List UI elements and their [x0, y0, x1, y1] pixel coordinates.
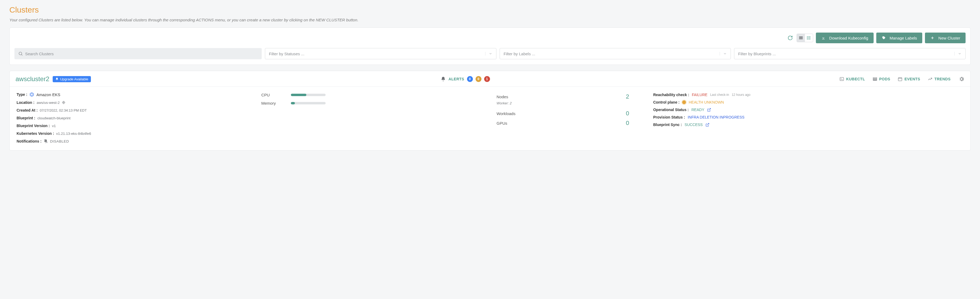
tag-icon — [881, 36, 886, 40]
svg-rect-18 — [899, 78, 902, 81]
meta-created-key: Created At : — [17, 108, 38, 112]
provision-status-key: Provision Status : — [653, 115, 685, 119]
svg-line-12 — [21, 54, 22, 55]
meta-type-value: Amazon EKS — [37, 92, 60, 97]
eks-hex-icon — [29, 92, 34, 97]
meta-bpver-key: Blueprint Version : — [17, 123, 50, 128]
search-clusters-box[interactable] — [14, 48, 262, 59]
svg-point-6 — [807, 36, 808, 37]
meta-k8s-value: v1.21.13-eks-84b4fe6 — [56, 131, 91, 136]
reachability-key: Reachability check : — [653, 93, 689, 97]
toolbar-card: Download Kubeconfig Manage Labels New Cl… — [10, 27, 970, 65]
provision-status-value: INFRA DELETION INPROGRESS — [687, 115, 744, 119]
alerts-bell-icon — [441, 76, 446, 82]
pods-link[interactable]: PODS — [873, 77, 891, 81]
operational-status-value: READY — [691, 108, 704, 112]
cluster-stats-col: Nodes2 Worker: 2 Workloads0 GPUs0 — [497, 92, 629, 143]
gpus-value: 0 — [626, 120, 629, 127]
download-kubeconfig-button[interactable]: Download Kubeconfig — [816, 33, 873, 43]
nodes-value: 2 — [626, 93, 629, 100]
filter-labels-select[interactable]: Filter by Labels ... — [500, 48, 731, 59]
reachability-sub-key: Last check-in — [710, 93, 729, 97]
svg-rect-2 — [799, 39, 803, 40]
svg-point-25 — [64, 102, 64, 103]
nodes-sub: Worker: 2 — [497, 101, 629, 105]
meta-bpver-value: v1 — [52, 124, 56, 128]
terminal-icon — [839, 77, 844, 81]
plus-icon — [930, 36, 935, 40]
alert-count-warn[interactable]: 0 — [476, 76, 482, 82]
chevron-down-icon — [720, 52, 727, 55]
bell-icon — [55, 78, 59, 81]
cpu-meter — [291, 94, 326, 96]
reachability-value: FAILURE — [692, 93, 707, 97]
page-subtitle: Your configured Clusters are listed belo… — [10, 17, 970, 22]
svg-marker-23 — [31, 93, 33, 96]
view-list-icon[interactable] — [805, 34, 813, 42]
view-toggle — [797, 34, 813, 42]
trends-link[interactable]: TRENDS — [928, 77, 951, 81]
control-plane-key: Control plane : — [653, 100, 679, 104]
filter-statuses-placeholder: Filter by Statuses ... — [269, 52, 304, 56]
filter-blueprints-placeholder: Filter by Blueprints ... — [738, 52, 776, 56]
meta-blueprint-key: Blueprint : — [17, 116, 35, 120]
svg-point-7 — [807, 38, 808, 38]
alert-count-info[interactable]: 0 — [467, 76, 473, 82]
svg-rect-15 — [873, 78, 877, 79]
meta-location-value: aws/us-west-2 — [37, 101, 60, 104]
svg-point-11 — [19, 52, 22, 55]
calendar-icon — [898, 77, 902, 81]
upgrade-available-badge[interactable]: Upgrade Available — [52, 76, 91, 82]
memory-meter-label: Memory — [261, 101, 283, 106]
chevron-down-icon — [955, 52, 962, 55]
download-kubeconfig-label: Download Kubeconfig — [829, 36, 868, 40]
meta-type-key: Type : — [17, 92, 27, 97]
manage-labels-button[interactable]: Manage Labels — [876, 33, 923, 43]
new-cluster-button[interactable]: New Cluster — [925, 33, 966, 43]
search-input[interactable] — [25, 52, 258, 56]
memory-meter — [291, 102, 326, 104]
gpus-label: GPUs — [497, 121, 508, 125]
cluster-name[interactable]: awscluster2 — [16, 75, 49, 83]
svg-line-31 — [709, 108, 711, 110]
view-cards-icon[interactable] — [797, 34, 805, 42]
bell-off-icon — [44, 139, 48, 143]
cpu-meter-label: CPU — [261, 93, 283, 97]
page-title: Clusters — [10, 5, 970, 14]
location-target-icon — [62, 101, 65, 104]
manage-labels-label: Manage Labels — [889, 36, 917, 40]
control-plane-value: HEALTH UNKNOWN — [689, 100, 724, 104]
filter-blueprints-select[interactable]: Filter by Blueprints ... — [734, 48, 966, 59]
blueprint-sync-key: Blueprint Sync : — [653, 123, 682, 127]
open-link-icon[interactable] — [707, 108, 711, 112]
meta-notif-value: DISABLED — [50, 139, 69, 143]
filter-labels-placeholder: Filter by Labels ... — [504, 52, 535, 56]
svg-point-8 — [807, 39, 808, 40]
cluster-meta-col: Type : Amazon EKS Location : aws/us-west… — [17, 92, 253, 143]
svg-rect-17 — [873, 80, 877, 81]
meta-k8s-key: Kubernetes Version : — [17, 131, 54, 136]
nodes-label: Nodes — [497, 95, 508, 99]
reachability-sub-value: 12 hours ago — [732, 93, 750, 97]
alert-count-crit[interactable]: 1 — [484, 76, 490, 82]
health-dot-icon — [682, 100, 686, 104]
upgrade-badge-label: Upgrade Available — [60, 77, 88, 81]
svg-rect-16 — [873, 79, 877, 79]
svg-rect-1 — [799, 38, 803, 38]
svg-rect-0 — [799, 36, 803, 37]
svg-rect-13 — [840, 78, 844, 81]
cluster-card: awscluster2 Upgrade Available ALERTS 0 0… — [10, 71, 970, 150]
meta-created-value: 07/27/2022, 02:34:13 PM EDT — [40, 108, 87, 112]
kubectl-link[interactable]: KUBECTL — [839, 77, 865, 81]
events-link[interactable]: EVENTS — [898, 77, 920, 81]
meta-blueprint-value: cloudwatch-blueprint — [37, 116, 71, 120]
meta-location-key: Location : — [17, 100, 35, 104]
svg-marker-22 — [30, 93, 34, 97]
filter-statuses-select[interactable]: Filter by Statuses ... — [265, 48, 496, 59]
refresh-icon[interactable] — [786, 34, 794, 42]
download-icon — [821, 36, 826, 40]
operational-status-key: Operational Status : — [653, 108, 689, 112]
open-link-icon[interactable] — [705, 123, 710, 127]
gear-icon[interactable] — [959, 76, 964, 82]
blueprint-sync-value: SUCCESS — [685, 123, 703, 127]
